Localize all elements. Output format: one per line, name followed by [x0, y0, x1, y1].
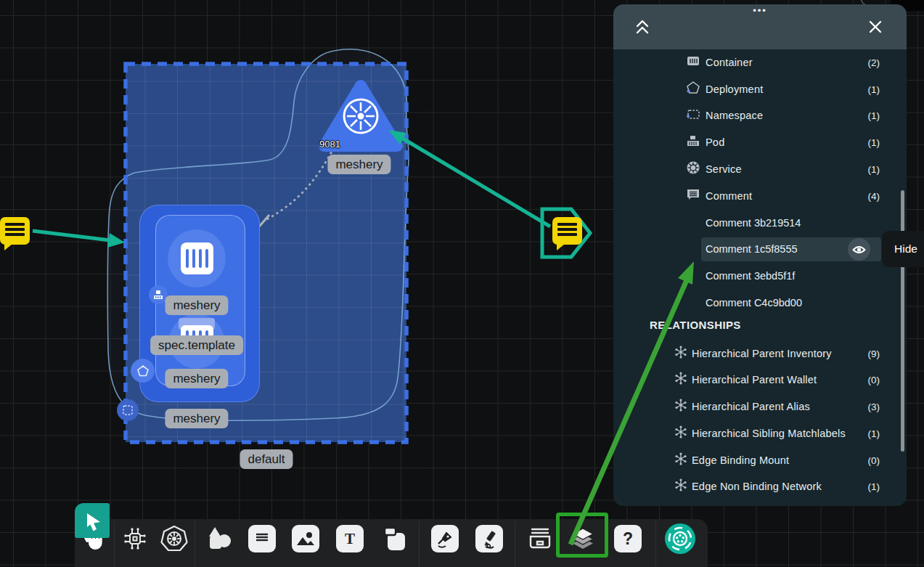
kubernetes-icon	[160, 525, 188, 552]
comment-item[interactable]: Comment C4c9bd00	[706, 294, 802, 311]
bottom-toolbar: T	[75, 519, 708, 567]
image-tool-button[interactable]	[292, 525, 319, 552]
comment-icon	[686, 187, 700, 202]
service-port-label: 9081	[319, 139, 340, 150]
deployment-badge-icon	[131, 359, 155, 383]
relationship-icon	[674, 398, 688, 412]
text-tool-button[interactable]: T	[336, 525, 364, 552]
relationship-row[interactable]: Hierarchical Sibling Matchlabels (1)	[613, 425, 907, 442]
panel-row-namespace[interactable]: Namespace (1)	[613, 107, 907, 124]
help-button[interactable]: ?	[614, 525, 642, 552]
hide-tooltip: Hide	[882, 231, 924, 267]
relationship-row[interactable]: Hierarchical Parent Inventory (9)	[613, 345, 907, 362]
meshery-logo-icon	[664, 523, 696, 555]
panel-row-comment[interactable]: Comment (4)	[613, 187, 907, 205]
panel-row-pod[interactable]: Pod (1)	[613, 134, 907, 151]
namespace-label: default	[240, 449, 293, 469]
pen-icon	[436, 529, 454, 548]
pod-template-label: spec.template	[150, 335, 243, 355]
image-icon	[296, 529, 315, 548]
pencil-tool-button[interactable]	[475, 525, 503, 552]
cursor-icon	[82, 510, 102, 531]
comment-node-left[interactable]	[0, 217, 30, 245]
drawer-icon	[527, 526, 553, 551]
relationship-row[interactable]: Edge Non Binding Network (1)	[613, 478, 907, 495]
container-icon	[686, 54, 700, 68]
frame-icon	[382, 526, 408, 552]
pencil-icon	[480, 529, 499, 548]
container-label: meshery	[165, 295, 228, 315]
comment-tool-button[interactable]	[248, 525, 276, 552]
relationship-row[interactable]: Hierarchical Parent Wallet (0)	[613, 371, 907, 388]
panel-row-service[interactable]: Service (1)	[613, 160, 907, 178]
elements-panel: Container (2) Deployment (1) Namespace (…	[613, 49, 907, 506]
relationship-icon	[674, 371, 688, 386]
namespace-icon	[686, 107, 700, 121]
frame-tool-button[interactable]	[381, 525, 409, 552]
comment-icon	[557, 223, 577, 238]
drawer-tool-button[interactable]	[526, 525, 554, 552]
kubernetes-tool-button[interactable]	[160, 525, 188, 552]
kubernetes-wheel-icon	[344, 99, 377, 133]
text-tool-glyph: T	[345, 530, 355, 548]
relationship-icon	[674, 425, 688, 439]
relationship-icon	[674, 478, 688, 492]
service-icon	[686, 160, 700, 175]
meshery-design-canvas: meshery spec.template meshery meshery me…	[0, 0, 924, 567]
container-icon	[181, 242, 213, 274]
panel-row-container[interactable]: Container (2)	[613, 54, 907, 71]
pen-tool-button[interactable]	[431, 525, 459, 552]
active-tool-highlight	[556, 513, 608, 558]
close-panel-icon[interactable]	[868, 20, 883, 34]
shapes-icon	[205, 525, 233, 552]
collapse-panel-icon[interactable]	[633, 17, 652, 36]
service-label: meshery	[327, 155, 391, 174]
relationship-row[interactable]: Hierarchical Parent Alias (3)	[613, 398, 907, 415]
comment-icon	[253, 529, 271, 548]
comment-node-right[interactable]	[552, 217, 582, 245]
relationship-icon	[674, 345, 688, 359]
comment-item[interactable]: Comment 3ebd5f1f	[706, 267, 795, 285]
meshery-logo-button[interactable]	[664, 523, 696, 555]
comment-item[interactable]: Comment 3b219514	[706, 214, 801, 232]
deployment-label: meshery	[165, 409, 228, 428]
comment-icon	[5, 223, 25, 238]
relationship-row[interactable]: Edge Binding Mount (0)	[613, 452, 907, 469]
relationships-header: RELATIONSHIPS	[650, 319, 741, 331]
elements-panel-header[interactable]: •••	[613, 4, 907, 49]
relationship-icon	[674, 452, 688, 466]
component-tool-button[interactable]	[121, 525, 149, 552]
eye-icon	[852, 245, 866, 255]
panel-row-deployment[interactable]: Deployment (1)	[613, 81, 907, 98]
comment-arrow-right	[388, 130, 550, 227]
pod-label: meshery	[165, 369, 228, 388]
chip-icon	[122, 526, 148, 552]
panel-drag-handle[interactable]: •••	[613, 5, 907, 16]
visibility-toggle[interactable]	[848, 238, 870, 261]
panel-scrollbar[interactable]	[901, 190, 904, 452]
shapes-tool-button[interactable]	[205, 525, 233, 552]
namespace-badge-icon	[117, 399, 139, 421]
select-tool-button[interactable]	[75, 503, 110, 538]
help-glyph: ?	[623, 529, 633, 549]
pod-icon	[686, 134, 700, 148]
comment-item-highlighted[interactable]: Comment 1c5f8555	[706, 240, 798, 258]
deployment-icon	[686, 81, 700, 95]
